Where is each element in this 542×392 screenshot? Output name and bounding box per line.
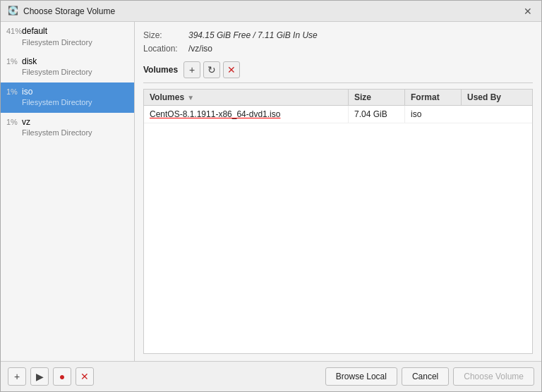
location-value: /vz/iso — [188, 42, 212, 56]
refresh-volumes-button[interactable]: ↻ — [203, 61, 220, 78]
dialog-icon: 💽 — [8, 6, 19, 17]
location-label: Location: — [143, 42, 186, 56]
sort-arrow-volumes: ▼ — [187, 94, 194, 102]
sidebar-item-name: default — [22, 26, 92, 37]
sidebar: 41% default Filesystem Directory 1% disk… — [1, 22, 135, 361]
sidebar-item-percent: 41% — [6, 27, 22, 35]
sidebar-item-type: Filesystem Directory — [22, 37, 92, 47]
sidebar-item-info: vz Filesystem Directory — [22, 117, 92, 138]
th-volumes-label: Volumes — [150, 92, 184, 102]
size-value: 394.15 GiB Free / 7.11 GiB In Use — [188, 29, 318, 42]
storage-info: Size: 394.15 GiB Free / 7.11 GiB In Use … — [143, 29, 533, 56]
sidebar-item-type: Filesystem Directory — [22, 128, 92, 137]
sidebar-item-info: disk Filesystem Directory — [22, 56, 92, 78]
sidebar-item-vz[interactable]: 1% vz Filesystem Directory — [1, 113, 134, 143]
size-row: Size: 394.15 GiB Free / 7.11 GiB In Use — [143, 29, 533, 42]
td-usedby — [462, 111, 532, 118]
close-button[interactable]: ✕ — [522, 5, 534, 18]
sidebar-item-name: vz — [22, 117, 92, 128]
bottom-bar-right: Browse Local Cancel Choose Volume — [325, 367, 534, 386]
bottom-bar-left: + ▶ ● ✕ — [8, 367, 321, 386]
td-volumes: CentOS-8.1.1911-x86_64-dvd1.iso — [144, 106, 349, 123]
th-size-label: Size — [354, 92, 371, 102]
sidebar-item-percent: 1% — [6, 87, 22, 96]
play-button[interactable]: ▶ — [30, 367, 49, 386]
sidebar-item-type: Filesystem Directory — [22, 97, 92, 107]
add-button[interactable]: + — [8, 367, 26, 386]
sidebar-item-name: iso — [22, 87, 92, 98]
td-format: iso — [405, 106, 462, 123]
sidebar-item-info: default Filesystem Directory — [22, 26, 92, 47]
th-size: Size — [349, 90, 405, 105]
th-format-label: Format — [411, 92, 440, 102]
sidebar-item-type: Filesystem Directory — [22, 67, 92, 77]
td-size: 7.04 GiB — [349, 106, 405, 123]
size-label: Size: — [143, 29, 186, 42]
right-panel: Size: 394.15 GiB Free / 7.11 GiB In Use … — [135, 22, 541, 361]
table-row[interactable]: CentOS-8.1.1911-x86_64-dvd1.iso 7.04 GiB… — [144, 106, 532, 123]
stop-button[interactable]: ✕ — [76, 367, 94, 386]
table-header: Volumes ▼ Size Format Used By — [144, 90, 532, 106]
add-volume-button[interactable]: + — [183, 61, 200, 78]
cancel-button[interactable]: Cancel — [402, 367, 449, 386]
th-usedby: Used By — [462, 90, 532, 105]
th-format: Format — [405, 90, 462, 105]
browse-local-button[interactable]: Browse Local — [325, 367, 397, 386]
sidebar-item-iso[interactable]: 1% iso Filesystem Directory — [1, 82, 134, 113]
titlebar: 💽 Choose Storage Volume ✕ — [1, 1, 541, 22]
choose-storage-volume-dialog: 💽 Choose Storage Volume ✕ 41% default Fi… — [0, 0, 542, 392]
volumes-toolbar: Volumes + ↻ ✕ — [143, 61, 533, 83]
bottom-bar: + ▶ ● ✕ Browse Local Cancel Choose Volum… — [1, 361, 541, 391]
th-volumes: Volumes ▼ — [144, 90, 349, 105]
volumes-label: Volumes — [143, 65, 178, 75]
delete-volume-button[interactable]: ✕ — [223, 61, 240, 78]
choose-volume-button[interactable]: Choose Volume — [453, 367, 534, 386]
record-button[interactable]: ● — [53, 367, 71, 386]
sidebar-item-default[interactable]: 41% default Filesystem Directory — [1, 22, 134, 52]
dialog-title: Choose Storage Volume — [23, 6, 115, 16]
th-usedby-label: Used By — [467, 92, 501, 102]
sidebar-item-disk[interactable]: 1% disk Filesystem Directory — [1, 52, 134, 82]
content-area: 41% default Filesystem Directory 1% disk… — [1, 22, 541, 361]
sidebar-item-percent: 1% — [6, 57, 22, 66]
sidebar-item-info: iso Filesystem Directory — [22, 87, 92, 108]
sidebar-item-percent: 1% — [6, 118, 22, 126]
volumes-table: Volumes ▼ Size Format Used By CentOS-8.1… — [143, 89, 533, 354]
location-row: Location: /vz/iso — [143, 42, 533, 56]
titlebar-left: 💽 Choose Storage Volume — [8, 6, 115, 17]
sidebar-item-name: disk — [22, 56, 92, 68]
